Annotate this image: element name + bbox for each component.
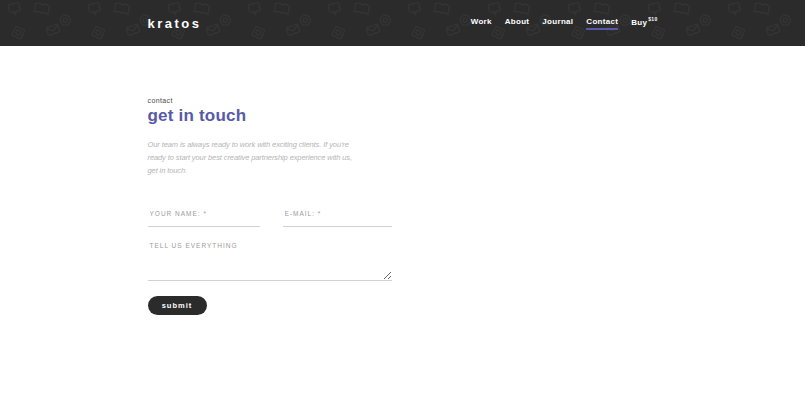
- nav-item-buy-label: Buy: [631, 17, 647, 26]
- name-input[interactable]: [148, 206, 260, 227]
- main-nav: Work About Journal Contact Buy$10: [471, 16, 658, 31]
- intro-text: Our team is always ready to work with ex…: [148, 138, 658, 177]
- nav-item-buy-price: $10: [648, 16, 657, 22]
- intro-line: ready to start your best creative partne…: [148, 151, 658, 164]
- nav-item-buy[interactable]: Buy$10: [631, 16, 657, 31]
- section-eyebrow: contact: [148, 96, 658, 105]
- nav-item-contact[interactable]: Contact: [586, 17, 618, 30]
- intro-line: get in touch.: [148, 164, 658, 177]
- message-textarea[interactable]: [148, 237, 392, 281]
- form-row: [148, 206, 392, 227]
- header-inner: kratos Work About Journal Contact Buy$10: [148, 0, 658, 46]
- nav-item-about[interactable]: About: [505, 17, 530, 30]
- contact-section: contact get in touch Our team is always …: [148, 46, 658, 315]
- page-title: get in touch: [148, 106, 658, 125]
- nav-item-work[interactable]: Work: [471, 17, 492, 30]
- intro-line: Our team is always ready to work with ex…: [148, 138, 658, 151]
- submit-button[interactable]: submit: [148, 296, 207, 315]
- contact-form: submit: [148, 206, 392, 315]
- site-header: kratos Work About Journal Contact Buy$10: [0, 0, 805, 46]
- nav-item-journal[interactable]: Journal: [542, 17, 573, 30]
- email-input[interactable]: [283, 206, 392, 227]
- logo[interactable]: kratos: [148, 16, 202, 31]
